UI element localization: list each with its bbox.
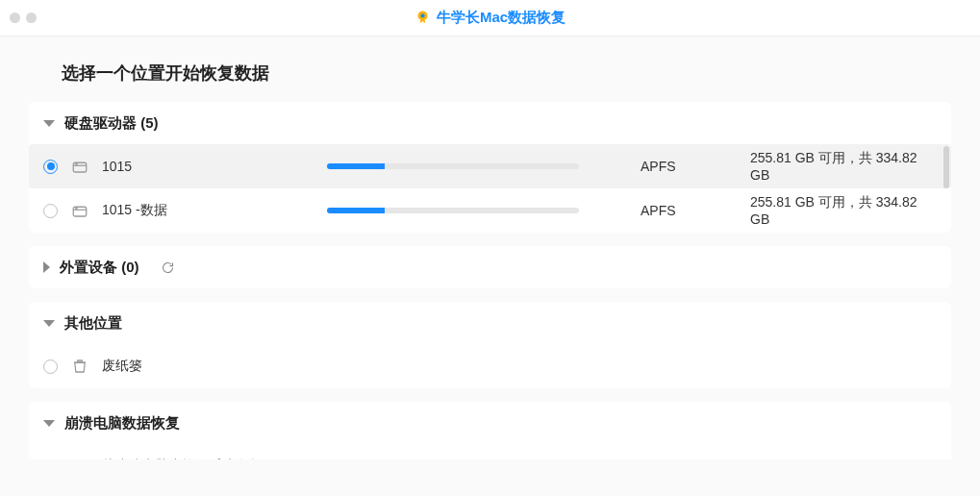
radio-button[interactable] xyxy=(43,204,58,218)
trash-icon xyxy=(71,358,88,375)
monitor-icon xyxy=(71,458,88,459)
scrollbar-thumb[interactable] xyxy=(943,146,949,188)
titlebar: 牛学长Mac数据恢复 xyxy=(0,0,980,37)
section-hdd: 硬盘驱动器 (5) 1015 APFS 255.81 GB 可用，共 334.8… xyxy=(29,102,951,233)
section-label: 其他位置 xyxy=(64,314,122,333)
chevron-down-icon xyxy=(43,320,55,327)
section-header-crash[interactable]: 崩溃电脑数据恢复 xyxy=(29,402,951,444)
app-logo-icon xyxy=(415,10,431,26)
chevron-down-icon xyxy=(43,120,55,127)
refresh-icon[interactable] xyxy=(161,260,175,275)
section-label: 硬盘驱动器 (5) xyxy=(64,114,159,133)
usage-text: 255.81 GB 可用，共 334.82 GB xyxy=(750,150,937,183)
chevron-right-icon xyxy=(43,261,50,273)
location-name: 从崩溃电脑中恢复丢失数据 xyxy=(102,458,264,459)
drive-icon xyxy=(71,158,88,175)
drive-name: 1015 xyxy=(102,159,314,174)
radio-button[interactable] xyxy=(43,360,58,374)
section-header-other[interactable]: 其他位置 xyxy=(29,302,951,344)
usage-bar xyxy=(327,163,579,169)
filesystem-label: APFS xyxy=(641,203,737,218)
location-name: 废纸篓 xyxy=(102,358,142,375)
drive-name: 1015 -数据 xyxy=(102,202,314,219)
radio-button[interactable] xyxy=(43,459,58,460)
svg-point-1 xyxy=(76,163,77,164)
location-row[interactable]: 废纸篓 xyxy=(29,344,951,388)
drive-row[interactable]: 1015 APFS 255.81 GB 可用，共 334.82 GB xyxy=(29,144,951,188)
section-external: 外置设备 (0) xyxy=(29,246,951,288)
app-title-wrap: 牛学长Mac数据恢复 xyxy=(0,9,980,27)
location-row[interactable]: 从崩溃电脑中恢复丢失数据 xyxy=(29,444,951,459)
section-header-external[interactable]: 外置设备 (0) xyxy=(29,246,951,288)
chevron-down-icon xyxy=(43,420,55,427)
section-header-hdd[interactable]: 硬盘驱动器 (5) xyxy=(29,102,951,144)
section-label: 崩溃电脑数据恢复 xyxy=(64,414,180,433)
svg-point-3 xyxy=(76,208,77,209)
drive-row[interactable]: 1015 -数据 APFS 255.81 GB 可用，共 334.82 GB xyxy=(29,188,951,233)
main-content: 选择一个位置开始恢复数据 硬盘驱动器 (5) 1015 APFS 255.81 … xyxy=(0,37,980,459)
drive-icon xyxy=(71,202,88,219)
page-title: 选择一个位置开始恢复数据 xyxy=(62,62,951,85)
usage-text: 255.81 GB 可用，共 334.82 GB xyxy=(750,194,937,227)
section-crash: 崩溃电脑数据恢复 从崩溃电脑中恢复丢失数据 xyxy=(29,402,951,459)
radio-button[interactable] xyxy=(43,160,58,174)
filesystem-label: APFS xyxy=(641,159,737,174)
section-label: 外置设备 (0) xyxy=(60,259,139,277)
app-title-text: 牛学长Mac数据恢复 xyxy=(437,9,565,27)
usage-bar xyxy=(327,208,579,213)
section-other: 其他位置 废纸篓 xyxy=(29,302,951,388)
